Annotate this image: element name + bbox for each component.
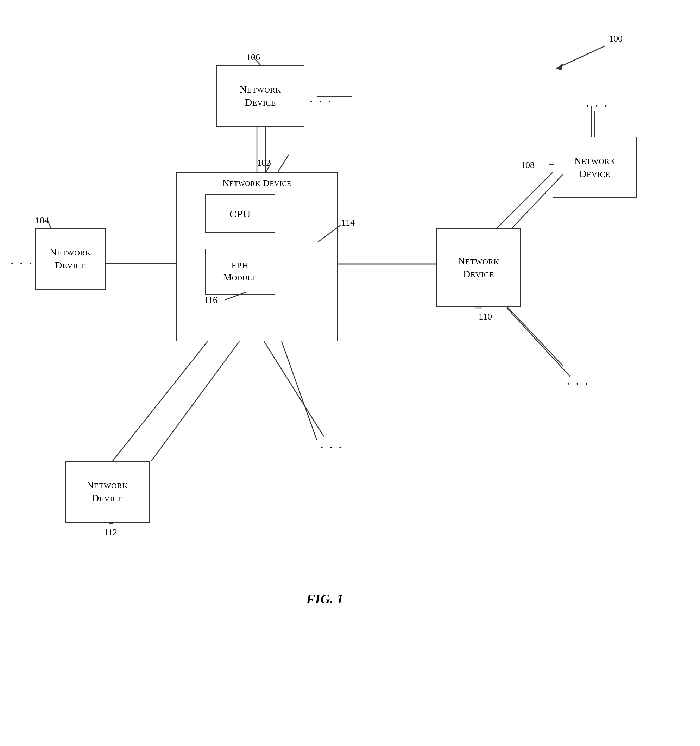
line-main-top [0, 0, 700, 746]
svg-line-6 [151, 341, 239, 461]
svg-line-3 [278, 155, 289, 172]
tick-106 [0, 0, 700, 746]
svg-line-7 [282, 341, 317, 440]
figure-label: FIG. 1 [306, 591, 343, 607]
diagram-container: 100 NETWORKDEVICE 106 . . . NETWORK DEVI… [0, 0, 700, 746]
ref-110: 110 [479, 311, 492, 322]
tick-112 [0, 0, 700, 746]
node-right-label: NETWORKDEVICE [458, 255, 500, 280]
line-main-left [0, 0, 700, 746]
tick-114 [0, 0, 700, 746]
line-main-right [0, 0, 700, 746]
dots-bottom-center: . . . [320, 436, 343, 451]
svg-line-28 [507, 308, 570, 376]
ref-116: 116 [204, 295, 217, 305]
node-bottom: NETWORKDEVICE [65, 461, 150, 523]
line-main-bottom-right [0, 0, 700, 746]
svg-line-0 [556, 46, 605, 69]
node-bottom-label: NETWORKDEVICE [87, 479, 128, 505]
ref-112: 112 [104, 527, 117, 538]
tick-104 [0, 0, 700, 746]
ref-100: 100 [609, 33, 623, 44]
tick-110 [0, 0, 700, 746]
node-left: NETWORKDEVICE [35, 228, 105, 290]
dots-left: . . . [11, 253, 33, 268]
dots-top-right-2: . . . [586, 95, 609, 110]
line-110-108 [0, 0, 700, 746]
line-108-dots [0, 0, 700, 746]
svg-marker-1 [556, 63, 563, 71]
node-top: NETWORKDEVICE [217, 65, 304, 127]
node-top-label: NETWORKDEVICE [240, 83, 281, 109]
ref-108: 108 [521, 160, 534, 171]
node-main: NETWORK DEVICE CPU FPHMODULE [176, 172, 338, 341]
line-110-botright [0, 0, 700, 746]
dots-top-right: . . . [310, 91, 333, 105]
tick-102 [0, 0, 700, 746]
node-left-label: NETWORKDEVICE [50, 246, 91, 272]
tick-108 [0, 0, 700, 746]
ref-106: 106 [246, 52, 260, 63]
cpu-label: CPU [229, 207, 251, 221]
svg-line-29 [109, 523, 113, 523]
dots-right-bottom: . . . [567, 373, 590, 388]
cpu-box: CPU [205, 194, 275, 233]
connection-lines [0, 0, 700, 746]
svg-line-31 [264, 341, 324, 436]
ref-102: 102 [257, 158, 271, 168]
svg-line-8 [493, 172, 552, 232]
ref-104: 104 [35, 215, 49, 226]
tick-116 [0, 0, 700, 746]
svg-line-30 [113, 341, 208, 461]
node-right: NETWORKDEVICE [437, 228, 521, 307]
ref-114: 114 [342, 218, 355, 228]
svg-line-9 [503, 302, 563, 366]
node-right-top: NETWORKDEVICE [552, 137, 637, 198]
node-right-top-label: NETWORKDEVICE [574, 155, 616, 180]
fph-label: FPHMODULE [223, 260, 257, 284]
line-main-bottom-left [0, 0, 700, 746]
fph-box: FPHMODULE [205, 249, 275, 295]
node-main-label: NETWORK DEVICE [177, 177, 337, 190]
